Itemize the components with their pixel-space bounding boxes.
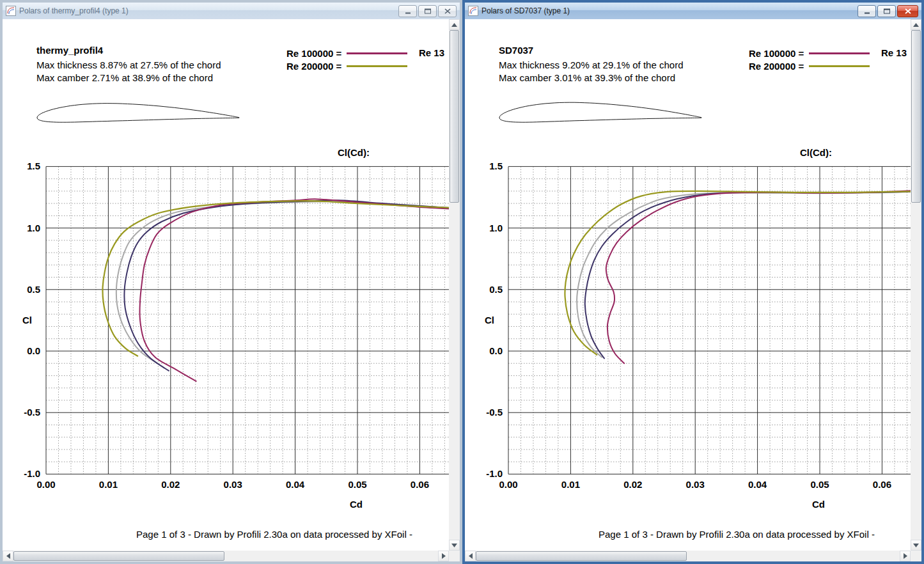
arrow-down-icon bbox=[451, 544, 457, 547]
svg-text:0.04: 0.04 bbox=[748, 479, 767, 490]
svg-text:-0.5: -0.5 bbox=[24, 407, 40, 418]
svg-text:0.00: 0.00 bbox=[499, 479, 517, 490]
titlebar[interactable]: Polars of SD7037 (type 1) bbox=[465, 3, 921, 19]
polar-chart: 0.000.010.020.030.040.050.061.51.00.50.0… bbox=[465, 19, 921, 505]
arrow-left-icon bbox=[469, 553, 473, 559]
svg-text:0.06: 0.06 bbox=[411, 479, 429, 490]
airfoil-outline bbox=[36, 96, 240, 125]
svg-text:1.5: 1.5 bbox=[27, 161, 40, 171]
legend-entry-re200000: Re 200000 = bbox=[286, 60, 407, 72]
chart-title: Cl(Cd): bbox=[338, 147, 370, 158]
svg-text:0.5: 0.5 bbox=[489, 284, 503, 295]
maximize-button[interactable] bbox=[877, 5, 896, 17]
minimize-icon bbox=[864, 8, 870, 14]
close-icon bbox=[905, 8, 911, 14]
arrow-up-icon bbox=[913, 23, 919, 27]
arrow-right-icon bbox=[904, 553, 907, 559]
svg-text:0.05: 0.05 bbox=[348, 479, 366, 490]
close-icon bbox=[444, 8, 451, 14]
window-polars-sd7037: Polars of SD7037 (type 1) 0.000.010.020.… bbox=[462, 0, 924, 564]
svg-text:0.03: 0.03 bbox=[224, 479, 242, 490]
minimize-icon bbox=[405, 8, 411, 14]
legend-entry-re13-truncated: Re 13 bbox=[419, 47, 444, 58]
page-footer: Page 1 of 3 - Drawn by Profili 2.30a on … bbox=[136, 529, 412, 540]
svg-text:0.00: 0.00 bbox=[36, 479, 55, 490]
window-title: Polars of SD7037 (type 1) bbox=[482, 6, 570, 15]
window-controls bbox=[856, 5, 918, 17]
max-camber-text: Max camber 3.01% at 39.3% of the chord bbox=[499, 72, 675, 83]
svg-text:0.04: 0.04 bbox=[286, 479, 305, 490]
document-area: 0.000.010.020.030.040.050.061.51.00.50.0… bbox=[465, 19, 921, 561]
maximize-icon bbox=[884, 8, 890, 14]
svg-text:0.0: 0.0 bbox=[489, 345, 503, 356]
svg-text:1.0: 1.0 bbox=[489, 223, 503, 233]
legend-label: Re 100000 = bbox=[749, 48, 805, 59]
vertical-scroll-thumb[interactable] bbox=[450, 30, 459, 203]
legend-entry-re100000: Re 100000 = bbox=[286, 47, 407, 59]
legend-line-swatch bbox=[809, 52, 870, 54]
arrow-down-icon bbox=[913, 544, 919, 547]
svg-text:0.01: 0.01 bbox=[561, 479, 580, 490]
chart-title: Cl(Cd): bbox=[800, 147, 832, 158]
x-axis-label: Cd bbox=[350, 499, 363, 510]
scroll-up-button[interactable] bbox=[449, 19, 460, 30]
scroll-down-button[interactable] bbox=[449, 540, 460, 551]
horizontal-scrollbar[interactable] bbox=[465, 551, 911, 561]
app-icon bbox=[6, 6, 16, 16]
window-title: Polars of thermy_profil4 (type 1) bbox=[19, 6, 129, 15]
close-button[interactable] bbox=[897, 5, 918, 17]
scroll-left-button[interactable] bbox=[465, 551, 476, 561]
svg-text:-1.0: -1.0 bbox=[486, 468, 503, 479]
document-area: 0.000.010.020.030.040.050.061.51.00.50.0… bbox=[3, 19, 460, 561]
maximize-icon bbox=[425, 8, 431, 14]
arrow-right-icon bbox=[442, 553, 446, 559]
minimize-button[interactable] bbox=[857, 5, 876, 17]
max-thickness-text: Max thickness 8.87% at 27.5% of the chor… bbox=[36, 59, 221, 70]
horizontal-scrollbar[interactable] bbox=[3, 551, 449, 561]
vertical-scrollbar[interactable] bbox=[449, 19, 460, 551]
page-footer: Page 1 of 3 - Drawn by Profili 2.30a on … bbox=[599, 529, 875, 540]
vertical-scrollbar[interactable] bbox=[911, 19, 921, 551]
window-polars-thermy-profil4: Polars of thermy_profil4 (type 1) 0.000.… bbox=[0, 0, 462, 564]
horizontal-scroll-thumb[interactable] bbox=[476, 551, 687, 561]
max-camber-text: Max camber 2.71% at 38.9% of the chord bbox=[36, 72, 213, 83]
scroll-right-button[interactable] bbox=[438, 551, 449, 561]
legend-entry-re13-truncated: Re 13 bbox=[881, 47, 907, 58]
svg-text:0.0: 0.0 bbox=[27, 345, 40, 356]
svg-text:1.5: 1.5 bbox=[489, 161, 503, 171]
legend-entry-re200000: Re 200000 = bbox=[749, 60, 870, 72]
y-axis-label: Cl bbox=[22, 315, 32, 325]
arrow-up-icon bbox=[451, 23, 457, 27]
scroll-down-button[interactable] bbox=[911, 540, 921, 551]
x-axis-label: Cd bbox=[812, 499, 825, 510]
horizontal-scroll-thumb[interactable] bbox=[13, 551, 224, 561]
legend-line-swatch bbox=[347, 65, 407, 67]
max-thickness-text: Max thickness 9.20% at 29.1% of the chor… bbox=[499, 59, 684, 70]
titlebar[interactable]: Polars of thermy_profil4 (type 1) bbox=[3, 3, 460, 19]
airfoil-outline bbox=[498, 96, 703, 125]
legend-line-swatch bbox=[347, 52, 407, 54]
app-icon bbox=[468, 6, 478, 16]
svg-text:-0.5: -0.5 bbox=[486, 407, 503, 418]
svg-text:0.02: 0.02 bbox=[161, 479, 180, 490]
scroll-right-button[interactable] bbox=[900, 551, 911, 561]
minimize-button[interactable] bbox=[398, 5, 417, 17]
scrollbar-corner bbox=[449, 551, 460, 561]
svg-text:0.02: 0.02 bbox=[623, 479, 642, 490]
scroll-up-button[interactable] bbox=[911, 19, 921, 30]
svg-text:-1.0: -1.0 bbox=[24, 468, 40, 479]
scroll-left-button[interactable] bbox=[3, 551, 13, 561]
svg-text:0.06: 0.06 bbox=[873, 479, 891, 490]
legend-label: Re 200000 = bbox=[749, 61, 805, 72]
polar-page: 0.000.010.020.030.040.050.061.51.00.50.0… bbox=[3, 19, 460, 561]
polar-page: 0.000.010.020.030.040.050.061.51.00.50.0… bbox=[465, 19, 921, 561]
svg-text:0.05: 0.05 bbox=[810, 479, 829, 490]
polar-chart: 0.000.010.020.030.040.050.061.51.00.50.0… bbox=[3, 19, 460, 505]
maximize-button[interactable] bbox=[418, 5, 437, 17]
window-controls bbox=[397, 5, 457, 17]
arrow-left-icon bbox=[6, 553, 10, 559]
legend-label: Re 100000 = bbox=[286, 48, 343, 59]
vertical-scroll-thumb[interactable] bbox=[911, 30, 921, 203]
airfoil-name: thermy_profil4 bbox=[36, 45, 103, 56]
close-button[interactable] bbox=[438, 5, 457, 17]
